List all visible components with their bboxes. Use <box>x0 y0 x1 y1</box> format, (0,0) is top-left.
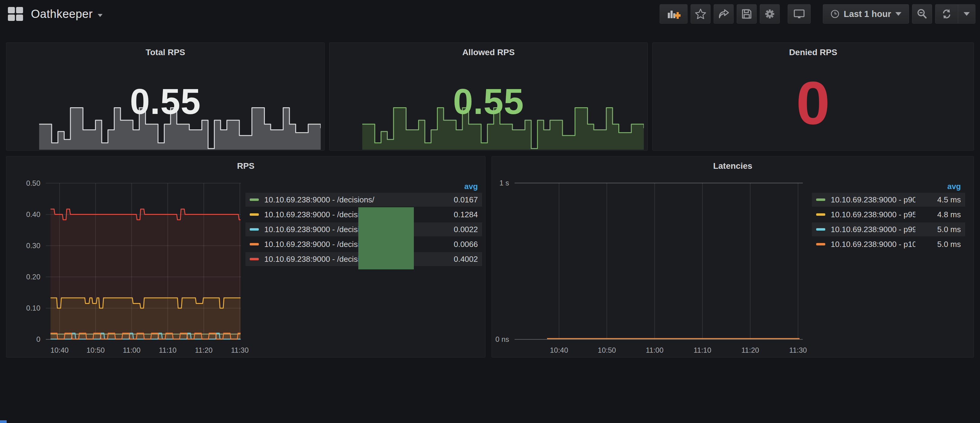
rps-series-swatch[interactable] <box>250 243 259 246</box>
total-rps-value: 0.55 <box>6 81 325 122</box>
rps-series-avg-value: 0.0167 <box>432 195 478 204</box>
share-icon <box>718 8 729 20</box>
latencies-series-avg-value: 5.0 ms <box>915 225 961 234</box>
svg-text:0.20: 0.20 <box>26 273 40 281</box>
latencies-legend-avg-header[interactable]: avg <box>812 180 965 193</box>
latencies-series-avg-value: 4.8 ms <box>915 210 961 219</box>
share-button[interactable] <box>714 4 733 24</box>
panel-latencies-title[interactable]: Latencies <box>492 161 974 171</box>
rps-series-swatch[interactable] <box>250 258 259 260</box>
panel-denied-rps: Denied RPS 0 <box>652 43 974 151</box>
star-button[interactable] <box>690 4 711 24</box>
time-range-caret-icon <box>895 12 901 16</box>
latencies-series-name[interactable]: 10.10.69.238:9000 - p100 <box>831 240 915 249</box>
svg-text:0.50: 0.50 <box>26 179 40 187</box>
zoom-out-button[interactable] <box>912 4 932 24</box>
clock-icon <box>830 10 840 19</box>
navbar: Oathkeeper <box>0 0 980 28</box>
svg-text:11:30: 11:30 <box>231 346 248 354</box>
redaction-overlay <box>358 207 414 269</box>
panel-total-rps-title[interactable]: Total RPS <box>6 48 325 57</box>
corner-artifact <box>0 420 7 423</box>
gear-icon <box>764 8 775 20</box>
panel-rps-title[interactable]: RPS <box>6 161 485 171</box>
rps-series-avg-value: 0.1284 <box>432 210 478 219</box>
refresh-button[interactable] <box>935 5 958 23</box>
zoom-out-icon <box>916 8 928 20</box>
rps-series-avg-value: 0.4002 <box>432 255 478 264</box>
latencies-legend-row: 10.10.69.238:9000 - p1005.0 ms <box>812 237 965 251</box>
rps-legend-avg-header[interactable]: avg <box>245 180 482 193</box>
settings-button[interactable] <box>760 4 780 24</box>
svg-text:0.10: 0.10 <box>26 304 40 312</box>
monitor-icon <box>793 8 805 20</box>
latencies-series-swatch[interactable] <box>816 213 825 216</box>
tv-mode-button[interactable] <box>788 4 811 24</box>
latencies-series-swatch[interactable] <box>816 198 825 201</box>
refresh-split-button <box>935 4 975 24</box>
rps-series-avg-value: 0.0066 <box>432 240 478 249</box>
panel-denied-rps-title[interactable]: Denied RPS <box>652 48 974 57</box>
rps-legend-row: 10.10.69.238:9000 - /decisions/0.0167 <box>245 193 482 207</box>
panel-total-rps: Total RPS 0.55 <box>6 43 325 151</box>
svg-text:11:00: 11:00 <box>123 346 140 354</box>
latencies-series-swatch[interactable] <box>816 243 825 246</box>
panel-latencies-graph: Latencies 10:4010:5011:0011:1011:2011:30… <box>492 156 974 358</box>
save-icon <box>741 8 752 20</box>
svg-text:11:30: 11:30 <box>789 346 807 354</box>
latencies-series-avg-value: 4.5 ms <box>915 195 961 204</box>
time-range-button[interactable]: Last 1 hour <box>823 4 909 24</box>
star-icon <box>695 8 706 20</box>
latencies-series-name[interactable]: 10.10.69.238:9000 - p90 <box>831 195 915 204</box>
allowed-rps-value: 0.55 <box>329 81 648 122</box>
dashboard-grid-icon <box>8 7 23 21</box>
denied-rps-value: 0 <box>652 68 974 138</box>
latencies-legend-row: 10.10.69.238:9000 - p995.0 ms <box>812 222 965 236</box>
latencies-series-avg-value: 5.0 ms <box>915 240 961 249</box>
panel-allowed-rps: Allowed RPS 0.55 <box>329 43 648 151</box>
latencies-legend: avg 10.10.69.238:9000 - p904.5 ms10.10.6… <box>812 180 965 252</box>
rps-series-name[interactable]: 10.10.69.238:9000 - /decisions/ <box>264 195 432 204</box>
svg-text:1 s: 1 s <box>500 179 509 187</box>
toolbar: Last 1 hour <box>660 4 975 24</box>
refresh-interval-caret-icon <box>964 12 970 16</box>
svg-text:11:10: 11:10 <box>159 346 177 354</box>
svg-text:11:10: 11:10 <box>694 346 711 354</box>
dashboard-caret-icon <box>98 14 103 17</box>
dashboard-title[interactable]: Oathkeeper <box>31 8 93 21</box>
add-panel-button[interactable] <box>660 4 687 24</box>
latencies-legend-row: 10.10.69.238:9000 - p904.5 ms <box>812 193 965 207</box>
svg-text:11:20: 11:20 <box>195 346 212 354</box>
refresh-interval-caret-button[interactable] <box>958 5 975 23</box>
svg-text:0.40: 0.40 <box>26 210 40 219</box>
time-range-label: Last 1 hour <box>844 9 891 19</box>
rps-series-avg-value: 0.0022 <box>432 225 478 234</box>
svg-text:0: 0 <box>37 335 40 343</box>
save-button[interactable] <box>737 4 757 24</box>
add-panel-icon <box>667 8 681 20</box>
svg-text:10:50: 10:50 <box>86 346 105 354</box>
latencies-series-swatch[interactable] <box>816 228 825 231</box>
svg-text:11:00: 11:00 <box>646 346 663 354</box>
panel-allowed-rps-title[interactable]: Allowed RPS <box>329 48 648 57</box>
svg-text:10:50: 10:50 <box>598 346 616 354</box>
svg-text:0.30: 0.30 <box>26 241 40 250</box>
latencies-series-name[interactable]: 10.10.69.238:9000 - p95 <box>831 210 915 219</box>
rps-series-swatch[interactable] <box>250 228 259 231</box>
latencies-series-name[interactable]: 10.10.69.238:9000 - p99 <box>831 225 915 234</box>
svg-text:11:20: 11:20 <box>741 346 759 354</box>
svg-text:10:40: 10:40 <box>550 346 568 354</box>
latencies-legend-row: 10.10.69.238:9000 - p954.8 ms <box>812 208 965 222</box>
refresh-icon <box>941 8 952 20</box>
svg-text:10:40: 10:40 <box>50 346 68 354</box>
rps-series-swatch[interactable] <box>250 198 259 201</box>
dashboard-picker[interactable]: Oathkeeper <box>8 7 103 21</box>
svg-text:0 ns: 0 ns <box>495 335 509 343</box>
rps-series-swatch[interactable] <box>250 213 259 216</box>
